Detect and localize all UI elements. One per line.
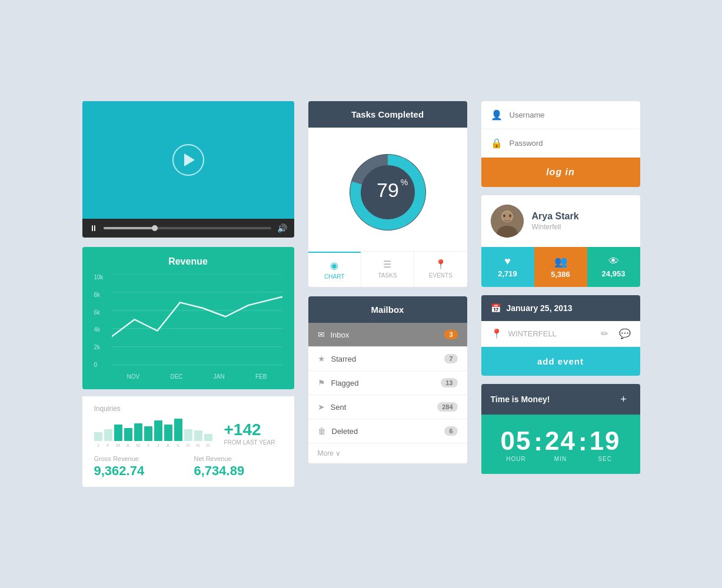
plus-number: +142 xyxy=(224,420,275,439)
video-screen xyxy=(82,101,294,219)
inq-bar xyxy=(94,432,102,441)
net-revenue: Net Revenue 6,734.89 xyxy=(194,455,282,479)
sent-label: Sent xyxy=(331,403,438,412)
from-last-year: FROM LAST YEAR xyxy=(224,439,275,446)
eye-icon: 👁 xyxy=(590,255,638,268)
tab-chart[interactable]: ◉ CHART xyxy=(308,252,361,287)
min-label: MIN xyxy=(545,456,576,468)
mail-item-deleted[interactable]: 🗑 Deleted 6 xyxy=(308,419,467,443)
tasks-tabs: ◉ CHART ☰ TASKS 📍 EVENTS xyxy=(308,251,467,287)
timer-title: Time is Money! xyxy=(491,395,550,404)
inbox-label: Inbox xyxy=(331,330,445,339)
password-input[interactable] xyxy=(510,139,631,148)
svg-text:%: % xyxy=(400,178,407,187)
svg-point-17 xyxy=(509,215,511,218)
events-icon: 📍 xyxy=(435,259,447,270)
timer-hour: 05 HOUR xyxy=(500,426,531,468)
mail-item-sent[interactable]: ➤ Sent 284 xyxy=(308,395,467,419)
deleted-count: 6 xyxy=(444,426,457,436)
edit-icon[interactable]: ✏ xyxy=(601,328,608,339)
login-button[interactable]: log in xyxy=(481,158,640,187)
timer-card: Time is Money! + 05 HOUR : 24 MIN : 19 S… xyxy=(481,384,640,474)
profile-top: Arya Stark Winterfell xyxy=(481,195,640,247)
min-value: 24 xyxy=(545,426,576,456)
timer-add-button[interactable]: + xyxy=(617,392,631,406)
pause-button[interactable]: ⏸ xyxy=(89,223,98,233)
stat-views[interactable]: 👁 24,953 xyxy=(587,247,640,287)
timer-sec: 19 SEC xyxy=(590,426,621,468)
progress-track[interactable] xyxy=(104,227,271,229)
sec-value: 19 xyxy=(590,426,621,456)
deleted-icon: 🗑 xyxy=(318,426,326,436)
username-field: 👤 xyxy=(481,101,640,129)
progress-thumb[interactable] xyxy=(152,225,158,231)
starred-count: 7 xyxy=(444,354,457,363)
calendar-icon: 📅 xyxy=(491,303,501,313)
hour-label: HOUR xyxy=(500,456,531,468)
cal-body: 📍 WINTERFELL ✏ 💬 xyxy=(481,321,640,347)
cal-header: 📅 January 25, 2013 xyxy=(481,295,640,321)
video-player: ⏸ 🔊 xyxy=(82,101,294,238)
inquiries-inline: JFM AMJ JAS OND +142 FROM LAST YEAR xyxy=(94,417,282,448)
profile-stats: ♥ 2,719 👥 5,386 👁 24,953 xyxy=(481,247,640,287)
revenue-title: Revenue xyxy=(94,256,282,267)
inq-bar-months: JFM AMJ JAS OND xyxy=(94,443,212,448)
profile-name: Arya Stark xyxy=(532,211,579,222)
revenue-row: Gross Revenue 9,362.74 Net Revenue 6,734… xyxy=(94,455,282,479)
password-field: 🔒 xyxy=(481,129,640,158)
user-icon: 👤 xyxy=(491,109,503,121)
inq-bar xyxy=(124,428,132,441)
tab-tasks[interactable]: ☰ TASKS xyxy=(361,252,414,287)
inq-bar xyxy=(204,434,212,441)
lock-icon: 🔒 xyxy=(491,138,503,149)
tab-events[interactable]: 📍 EVENTS xyxy=(414,252,467,287)
flagged-icon: ⚑ xyxy=(318,378,325,387)
tasks-card: Tasks Completed 79 % ◉ C xyxy=(308,101,467,287)
column-3: 👤 🔒 log in xyxy=(481,101,640,474)
inquiries-section: Inquiries xyxy=(82,396,294,487)
cal-location: WINTERFELL xyxy=(508,329,590,338)
mail-item-inbox[interactable]: ✉ Inbox 3 xyxy=(308,323,467,347)
gross-value: 9,362.74 xyxy=(94,463,182,479)
revenue-card: Revenue 10k 8k 6k 4k 2k 0 xyxy=(82,247,294,389)
inq-bar xyxy=(174,419,182,441)
stat-followers[interactable]: 👥 5,386 xyxy=(534,247,587,287)
chart-svg xyxy=(112,274,282,365)
add-event-button[interactable]: add event xyxy=(481,347,640,376)
inquiries-label: Inquiries xyxy=(94,405,282,413)
inq-bar xyxy=(144,426,152,441)
mail-item-flagged[interactable]: ⚑ Flagged 13 xyxy=(308,371,467,395)
chat-icon[interactable]: 💬 xyxy=(619,328,631,339)
svg-text:79: 79 xyxy=(377,179,399,201)
inq-bar xyxy=(164,425,172,441)
mail-item-starred[interactable]: ★ Starred 7 xyxy=(308,347,467,371)
inq-bar xyxy=(114,425,122,441)
sec-label: SEC xyxy=(590,456,621,468)
heart-icon: ♥ xyxy=(484,255,532,268)
video-controls: ⏸ 🔊 xyxy=(82,219,294,238)
timer-display: 05 HOUR : 24 MIN : 19 SEC xyxy=(481,415,640,474)
play-button[interactable] xyxy=(172,144,204,176)
tab-events-label: EVENTS xyxy=(429,272,453,279)
avatar xyxy=(491,205,524,238)
cal-date: January 25, 2013 xyxy=(507,303,573,313)
inq-bar xyxy=(134,423,142,441)
mail-more[interactable]: More ∨ xyxy=(308,443,467,463)
chart-area: 10k 8k 6k 4k 2k 0 xyxy=(94,274,282,380)
calendar-card: 📅 January 25, 2013 📍 WINTERFELL ✏ 💬 add … xyxy=(481,295,640,376)
followers-icon: 👥 xyxy=(537,255,585,268)
net-label: Net Revenue xyxy=(194,455,282,462)
timer-header: Time is Money! + xyxy=(481,384,640,415)
gross-revenue: Gross Revenue 9,362.74 xyxy=(94,455,182,479)
deleted-label: Deleted xyxy=(332,427,445,436)
column-1: ⏸ 🔊 Revenue 10k 8k 6k 4k 2k 0 xyxy=(82,101,294,487)
svg-point-16 xyxy=(503,215,505,218)
tab-chart-label: CHART xyxy=(324,273,344,280)
volume-icon[interactable]: 🔊 xyxy=(277,223,287,233)
flagged-label: Flagged xyxy=(331,379,441,387)
timer-min: 24 MIN xyxy=(545,426,576,468)
inbox-icon: ✉ xyxy=(318,330,325,339)
progress-fill xyxy=(104,227,154,229)
stat-likes[interactable]: ♥ 2,719 xyxy=(481,247,534,287)
username-input[interactable] xyxy=(510,111,631,119)
